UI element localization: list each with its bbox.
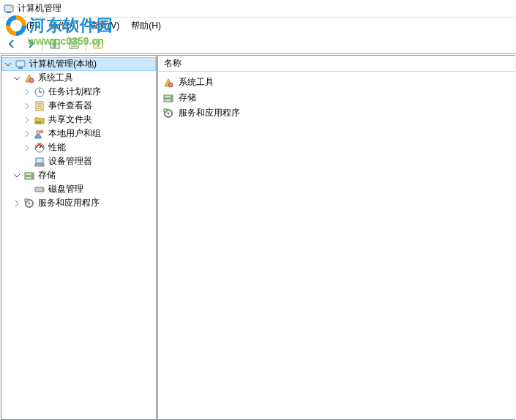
svg-rect-3 bbox=[51, 40, 54, 48]
shared-folder-icon bbox=[34, 114, 45, 126]
toolbar-back-button[interactable] bbox=[3, 35, 20, 53]
svg-point-21 bbox=[36, 121, 39, 124]
svg-rect-1 bbox=[7, 12, 11, 13]
toolbar: ? bbox=[0, 34, 516, 54]
svg-point-38 bbox=[168, 83, 173, 87]
svg-point-36 bbox=[29, 202, 31, 204]
expander-closed-icon[interactable] bbox=[22, 115, 32, 125]
expander-closed-icon[interactable] bbox=[22, 87, 32, 97]
tree-root[interactable]: 计算机管理(本地) bbox=[1, 57, 156, 71]
toolbar-properties-button[interactable] bbox=[65, 35, 83, 53]
menu-help[interactable]: 帮助(H) bbox=[125, 18, 167, 34]
svg-point-42 bbox=[171, 100, 172, 101]
services-icon bbox=[162, 108, 174, 119]
disk-icon bbox=[34, 184, 45, 195]
menu-view[interactable]: 查看(V) bbox=[84, 18, 125, 34]
event-viewer-icon bbox=[34, 100, 45, 112]
list-header: 名称 bbox=[158, 56, 515, 72]
svg-rect-4 bbox=[55, 40, 59, 48]
tree-task-scheduler[interactable]: 任务计划程序 bbox=[1, 85, 156, 99]
list-panel: 名称 系统工具 bbox=[157, 55, 515, 420]
svg-point-23 bbox=[37, 130, 40, 134]
tree-system-tools[interactable]: 系统工具 bbox=[1, 71, 156, 85]
expander-closed-icon[interactable] bbox=[22, 143, 32, 153]
tree-local-users-label: 本地用户和组 bbox=[47, 127, 101, 140]
list-body[interactable]: 系统工具 存储 bbox=[158, 72, 515, 419]
toolbar-help-button[interactable]: ? bbox=[89, 35, 107, 53]
expander-closed-icon[interactable] bbox=[12, 198, 22, 209]
svg-rect-12 bbox=[18, 67, 23, 69]
column-name[interactable]: 名称 bbox=[158, 56, 515, 71]
tree-event-viewer[interactable]: 事件查看器 bbox=[1, 99, 156, 113]
list-item-label: 服务和应用程序 bbox=[177, 107, 240, 119]
list-item[interactable]: 服务和应用程序 bbox=[160, 105, 514, 121]
menu-file[interactable]: 文件(F) bbox=[3, 18, 43, 34]
properties-icon bbox=[68, 38, 80, 50]
expander-closed-icon[interactable] bbox=[22, 129, 32, 139]
svg-rect-37 bbox=[25, 199, 28, 202]
storage-icon bbox=[162, 92, 174, 104]
app-icon bbox=[3, 3, 15, 15]
list-item[interactable]: 存储 bbox=[160, 90, 514, 105]
expander-closed-icon[interactable] bbox=[22, 101, 32, 111]
tree-system-tools-label: 系统工具 bbox=[37, 72, 73, 84]
svg-point-24 bbox=[40, 130, 43, 133]
content-area: 计算机管理(本地) 系统工具 bbox=[0, 54, 516, 420]
tree-device-manager[interactable]: 设备管理器 bbox=[1, 154, 156, 168]
svg-point-2 bbox=[10, 5, 13, 8]
tree-services-apps[interactable]: 服务和应用程序 bbox=[1, 196, 156, 210]
tree-shared-folders[interactable]: 共享文件夹 bbox=[1, 113, 156, 127]
storage-icon bbox=[23, 170, 35, 181]
computer-management-icon bbox=[15, 59, 26, 70]
tree-storage[interactable]: 存储 bbox=[1, 168, 156, 182]
svg-point-13 bbox=[29, 78, 34, 83]
svg-point-44 bbox=[168, 112, 170, 114]
list-item-label: 系统工具 bbox=[177, 76, 214, 89]
tree-event-viewer-label: 事件查看器 bbox=[47, 100, 92, 112]
system-tools-icon bbox=[23, 72, 35, 84]
list-item[interactable]: 系统工具 bbox=[160, 75, 514, 90]
svg-rect-28 bbox=[35, 164, 44, 166]
clock-icon bbox=[34, 86, 45, 98]
menu-action[interactable]: 操作(A) bbox=[43, 18, 84, 34]
services-icon bbox=[23, 198, 35, 209]
tree-task-scheduler-label: 任务计划程序 bbox=[47, 86, 101, 98]
tree-storage-label: 存储 bbox=[37, 169, 56, 181]
help-icon: ? bbox=[92, 38, 104, 50]
svg-rect-11 bbox=[16, 61, 25, 67]
arrow-left-icon bbox=[6, 38, 18, 50]
tree-disk-management[interactable]: 磁盘管理 bbox=[1, 182, 156, 196]
list-item-label: 存储 bbox=[177, 91, 196, 104]
svg-point-31 bbox=[31, 173, 33, 175]
system-tools-icon bbox=[162, 77, 174, 89]
tree-disk-management-label: 磁盘管理 bbox=[47, 183, 83, 195]
tree-root-label: 计算机管理(本地) bbox=[28, 58, 97, 70]
expander-open-icon[interactable] bbox=[12, 73, 22, 83]
tree-panel[interactable]: 计算机管理(本地) 系统工具 bbox=[1, 55, 157, 420]
expander-open-icon[interactable] bbox=[12, 170, 22, 181]
device-manager-icon bbox=[34, 156, 45, 168]
tree-shared-folders-label: 共享文件夹 bbox=[47, 113, 92, 126]
svg-point-41 bbox=[171, 96, 172, 97]
tree-local-users[interactable]: 本地用户和组 bbox=[1, 127, 156, 140]
window-titlebar: 计算机管理 bbox=[0, 0, 516, 18]
toolbar-show-hide-button[interactable] bbox=[46, 35, 64, 53]
svg-text:?: ? bbox=[96, 40, 100, 48]
toolbar-forward-button[interactable] bbox=[22, 35, 40, 53]
svg-point-32 bbox=[31, 177, 33, 179]
users-icon bbox=[34, 128, 45, 140]
tree-device-manager-label: 设备管理器 bbox=[47, 155, 92, 168]
tree-performance-label: 性能 bbox=[47, 141, 66, 154]
toolbar-separator bbox=[86, 37, 86, 51]
svg-rect-45 bbox=[164, 109, 167, 112]
window-title: 计算机管理 bbox=[18, 2, 61, 15]
expander-open-icon[interactable] bbox=[3, 59, 13, 70]
toolbar-separator bbox=[42, 37, 43, 51]
svg-point-34 bbox=[42, 189, 43, 190]
tree-toggle-icon bbox=[49, 38, 61, 50]
svg-point-22 bbox=[39, 121, 42, 124]
arrow-right-icon bbox=[25, 38, 37, 50]
svg-rect-27 bbox=[36, 158, 43, 163]
menubar: 文件(F) 操作(A) 查看(V) 帮助(H) bbox=[0, 18, 516, 34]
tree-performance[interactable]: 性能 bbox=[1, 140, 156, 154]
